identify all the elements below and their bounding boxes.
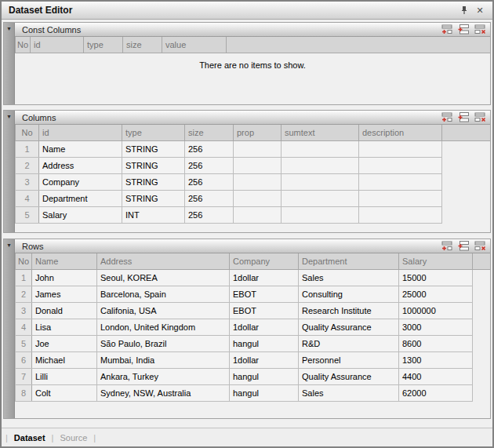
cell[interactable]: Consulting [299,286,399,302]
column-header[interactable]: size [185,125,234,140]
cell[interactable]: EBOT [230,286,299,302]
cell[interactable] [282,206,359,223]
cell[interactable]: Name [39,140,122,157]
column-header[interactable]: prop [234,125,282,140]
cell[interactable]: Address [39,157,122,173]
column-header[interactable]: sumtext [282,125,359,140]
cell[interactable]: 1000000 [399,302,473,319]
collapse-icon[interactable]: ▾ [4,23,14,35]
cell[interactable]: John [32,269,97,286]
column-header[interactable]: Address [97,253,230,269]
column-header[interactable]: type [122,125,185,140]
cell[interactable]: Personnel [299,351,399,368]
row-number[interactable]: 1 [16,269,32,286]
cell[interactable]: 8600 [399,335,473,351]
cell[interactable]: Ankara, Turkey [97,368,230,384]
cell[interactable]: Company [39,173,122,190]
cell[interactable] [359,173,442,190]
cell[interactable] [234,190,282,206]
delete-row-icon[interactable] [473,240,487,252]
cell[interactable]: Michael [32,351,97,368]
cell[interactable]: 256 [185,140,234,157]
cell[interactable] [282,190,359,206]
insert-row-icon[interactable] [456,24,470,35]
cell[interactable]: R&D [299,335,399,351]
cell[interactable]: hangul [230,368,299,384]
row-number[interactable]: 7 [16,368,32,384]
cell[interactable]: STRING [122,173,185,190]
collapse-icon[interactable]: ▾ [4,239,14,252]
cell[interactable]: 62000 [399,384,473,401]
cell[interactable]: Colt [32,384,97,401]
cell[interactable]: 256 [185,206,234,223]
cell[interactable]: 256 [185,190,234,206]
cell[interactable]: Quality Assurance [299,368,399,384]
row-number[interactable]: 6 [16,351,32,368]
cell[interactable]: 25000 [399,286,473,302]
delete-row-icon[interactable] [473,24,487,35]
row-number[interactable]: 5 [16,335,32,351]
row-number[interactable]: 3 [16,302,32,319]
column-header[interactable]: value [162,37,227,53]
column-header[interactable]: size [123,37,162,53]
row-number[interactable]: 1 [16,140,39,157]
cell[interactable]: Sales [299,384,399,401]
cell[interactable]: 256 [185,157,234,173]
column-header[interactable]: Company [230,253,299,269]
delete-row-icon[interactable] [473,111,487,123]
column-header[interactable]: type [84,37,123,53]
cell[interactable]: Quality Assurance [299,319,399,335]
tab-dataset[interactable]: Dataset [8,433,52,443]
cell[interactable]: Salary [39,206,122,223]
add-row-icon[interactable] [440,24,454,35]
add-row-icon[interactable] [440,240,454,252]
column-header[interactable]: No [16,253,32,269]
cell[interactable] [282,173,359,190]
row-number[interactable]: 3 [16,173,39,190]
column-header[interactable]: description [359,125,442,140]
row-number[interactable]: 2 [16,157,39,173]
cell[interactable]: James [32,286,97,302]
column-header[interactable]: Salary [399,253,473,269]
cell[interactable]: Joe [32,335,97,351]
cell[interactable] [282,157,359,173]
cell[interactable]: Sales [299,269,399,286]
cell[interactable]: Lilli [32,368,97,384]
cell[interactable]: 4400 [399,368,473,384]
cell[interactable]: London, United Kingdom [97,319,230,335]
cell[interactable]: Seoul, KOREA [97,269,230,286]
cell[interactable]: Mumbai, India [97,351,230,368]
insert-row-icon[interactable] [456,240,470,252]
cell[interactable] [234,173,282,190]
column-header[interactable]: No [16,125,39,140]
column-header[interactable]: Department [299,253,399,269]
cell[interactable]: INT [122,206,185,223]
cell[interactable] [359,190,442,206]
cell[interactable] [234,140,282,157]
cell[interactable]: STRING [122,140,185,157]
cell[interactable]: STRING [122,190,185,206]
row-number[interactable]: 4 [16,319,32,335]
cell[interactable]: STRING [122,157,185,173]
cell[interactable]: 1300 [399,351,473,368]
add-row-icon[interactable] [440,111,454,123]
collapse-icon[interactable]: ▾ [4,111,14,123]
row-number[interactable]: 2 [16,286,32,302]
cell[interactable]: Califonia, USA [97,302,230,319]
cell[interactable] [234,157,282,173]
insert-row-icon[interactable] [456,111,470,123]
close-icon[interactable]: ✕ [474,4,486,16]
row-number[interactable]: 8 [16,384,32,401]
column-header[interactable]: Name [32,253,97,269]
cell[interactable]: 1dollar [230,269,299,286]
cell[interactable]: São Paulo, Brazil [97,335,230,351]
row-number[interactable]: 4 [16,190,39,206]
cell[interactable] [234,206,282,223]
cell[interactable]: Research Institute [299,302,399,319]
cell[interactable]: 1dollar [230,351,299,368]
cell[interactable]: 15000 [399,269,473,286]
cell[interactable]: Sydney, NSW, Australia [97,384,230,401]
row-number[interactable]: 5 [16,206,39,223]
column-header[interactable]: id [31,37,84,53]
column-header[interactable]: id [39,125,122,140]
